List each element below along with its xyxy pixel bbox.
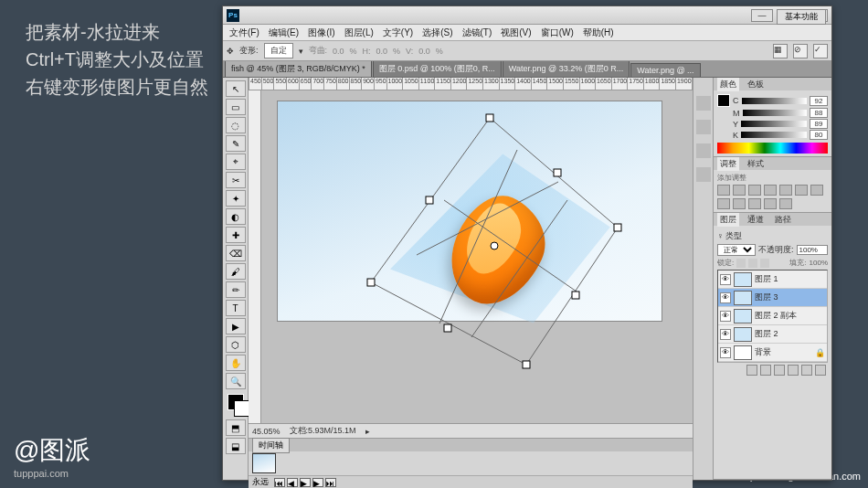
minimize-button[interactable]: —: [751, 9, 773, 22]
paths-tab[interactable]: 路径: [772, 213, 794, 227]
invert-icon[interactable]: [764, 198, 777, 209]
menu-image[interactable]: 图像(I): [303, 27, 339, 39]
posterize-icon[interactable]: [779, 198, 792, 209]
marquee-tool[interactable]: ▭: [226, 99, 246, 115]
swatches-tab[interactable]: 色板: [745, 78, 767, 91]
blend-mode-select[interactable]: 正常: [717, 244, 756, 256]
v-value[interactable]: 0.0: [418, 47, 430, 56]
tl-first-icon[interactable]: ⏮: [274, 478, 285, 487]
brush-tool[interactable]: ◐: [226, 208, 246, 225]
shape-tool[interactable]: ⬡: [226, 336, 246, 353]
foreground-swatch-icon[interactable]: [717, 94, 730, 107]
ruler-vertical[interactable]: [249, 90, 261, 423]
doc-tab-3[interactable]: Water.png @ ...: [630, 63, 700, 77]
warp-grid-icon[interactable]: ▦: [773, 44, 788, 58]
paragraph-dock-icon[interactable]: [696, 167, 711, 182]
workspace-switcher[interactable]: 基本功能: [777, 9, 826, 25]
doc-tab-2[interactable]: Water.png @ 33.2% (图层0 R...: [503, 61, 630, 77]
y-slider[interactable]: [741, 121, 807, 127]
layer-row[interactable]: 👁图层 3: [718, 289, 827, 307]
vibrance-icon[interactable]: [779, 185, 792, 196]
pen-tool[interactable]: ✏: [226, 281, 246, 298]
layer-row[interactable]: 👁图层 2: [718, 325, 827, 344]
visibility-icon[interactable]: 👁: [720, 292, 731, 303]
spectrum-ramp[interactable]: [717, 143, 828, 154]
character-dock-icon[interactable]: [696, 143, 711, 158]
channels-tab[interactable]: 通道: [745, 213, 767, 227]
menu-window[interactable]: 窗口(W): [536, 27, 578, 39]
tl-play-icon[interactable]: ▶: [300, 478, 311, 487]
delete-layer-icon[interactable]: [815, 365, 826, 376]
levels-icon[interactable]: [733, 185, 746, 196]
color-tab[interactable]: 颜色: [717, 78, 739, 91]
color-lookup-icon[interactable]: [748, 198, 761, 209]
lock-all-icon[interactable]: [760, 259, 769, 268]
commit-transform-icon[interactable]: ✓: [813, 44, 828, 58]
eraser-tool[interactable]: ⌫: [226, 245, 246, 261]
canvas[interactable]: [261, 90, 693, 423]
tl-prev-icon[interactable]: ◀: [287, 478, 298, 487]
history-dock-icon[interactable]: [696, 96, 711, 111]
menu-select[interactable]: 选择(S): [418, 27, 457, 39]
gradient-tool[interactable]: 🖌: [226, 263, 246, 280]
visibility-icon[interactable]: 👁: [720, 311, 731, 322]
color-swatch[interactable]: [228, 394, 244, 410]
heal-tool[interactable]: ✦: [226, 190, 246, 207]
adjust-tab[interactable]: 调整: [717, 157, 739, 171]
move-tool[interactable]: ↖: [226, 80, 246, 97]
loop-forever[interactable]: 永远: [252, 476, 269, 488]
menu-type[interactable]: 文字(Y): [378, 27, 418, 39]
visibility-icon[interactable]: 👁: [720, 347, 731, 358]
artboard[interactable]: [278, 101, 662, 321]
layer-row[interactable]: 👁图层 2 副本: [718, 307, 827, 325]
quickmask-toggle[interactable]: ⬒: [226, 419, 246, 436]
wand-tool[interactable]: ✎: [226, 135, 246, 152]
menu-edit[interactable]: 编辑(E): [264, 27, 303, 39]
menu-view[interactable]: 视图(V): [496, 27, 535, 39]
menu-help[interactable]: 帮助(H): [578, 27, 619, 39]
crop-tool[interactable]: ⌖: [226, 154, 246, 170]
layers-tab[interactable]: 图层: [717, 213, 739, 227]
layer-fx-icon[interactable]: [760, 365, 771, 376]
menubar[interactable]: 文件(F) 编辑(E) 图像(I) 图层(L) 文字(Y) 选择(S) 滤镜(T…: [223, 25, 831, 41]
document-tabbar[interactable]: fish @ 45% (图层 3, RGB/8/CMYK) * 图层 0.psd…: [223, 61, 831, 78]
k-slider[interactable]: [741, 132, 807, 138]
c-value[interactable]: 92: [810, 96, 828, 106]
channel-mixer-icon[interactable]: [733, 198, 746, 209]
ruler-horizontal[interactable]: 4505005506006507007508008509009501000105…: [249, 78, 693, 90]
zoom-tool[interactable]: 🔍: [226, 373, 246, 389]
m-slider[interactable]: [743, 110, 808, 116]
layer-row[interactable]: 👁图层 1: [718, 271, 827, 289]
exposure-icon[interactable]: [764, 185, 777, 196]
bend-value[interactable]: 0.0: [333, 47, 344, 56]
screenmode-toggle[interactable]: ⬓: [226, 438, 246, 454]
photo-filter-icon[interactable]: [717, 198, 730, 209]
doc-tab-0[interactable]: fish @ 45% (图层 3, RGB/8/CMYK) *: [225, 61, 372, 77]
tool-preset-icon[interactable]: ✥: [227, 47, 234, 56]
lock-pixels-icon[interactable]: [736, 259, 746, 268]
timeline-tab[interactable]: 时间轴: [252, 438, 290, 453]
menu-filter[interactable]: 滤镜(T): [458, 27, 497, 39]
warp-mode-select[interactable]: 自定: [264, 43, 293, 58]
opacity-value[interactable]: 100%: [797, 245, 828, 255]
brightness-icon[interactable]: [717, 185, 730, 196]
tl-last-icon[interactable]: ⏭: [325, 478, 336, 487]
hand-tool[interactable]: ✋: [226, 355, 246, 371]
layer-mask-icon[interactable]: [774, 365, 785, 376]
curves-icon[interactable]: [748, 185, 761, 196]
stamp-tool[interactable]: ✚: [226, 227, 246, 243]
titlebar[interactable]: Ps — ▢ ✕: [223, 6, 831, 25]
doc-size[interactable]: 文档:5.93M/15.1M: [290, 425, 356, 437]
h-value[interactable]: 0.0: [376, 47, 388, 56]
bw-icon[interactable]: [810, 185, 823, 196]
lock-position-icon[interactable]: [748, 259, 757, 268]
type-tool[interactable]: T: [226, 300, 246, 316]
fill-value[interactable]: 100%: [810, 259, 828, 267]
cancel-transform-icon[interactable]: ⊘: [793, 44, 808, 58]
new-layer-icon[interactable]: [801, 365, 812, 376]
doc-tab-1[interactable]: 图层 0.psd @ 100% (图层0, R...: [373, 61, 502, 77]
lasso-tool[interactable]: ◌: [226, 117, 246, 133]
eyedropper-tool[interactable]: ✂: [226, 172, 246, 188]
m-value[interactable]: 88: [810, 108, 828, 118]
new-group-icon[interactable]: [788, 365, 799, 376]
